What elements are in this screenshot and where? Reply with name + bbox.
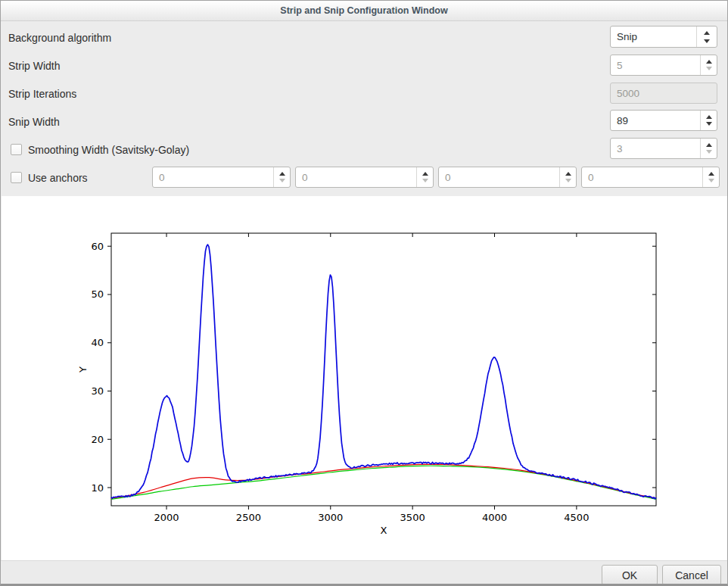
svg-text:2500: 2500 <box>236 512 261 523</box>
use-anchors-label: Use anchors <box>28 172 88 184</box>
spin-up-icon[interactable] <box>706 115 712 119</box>
strip-iterations-label: Strip Iterations <box>8 88 76 100</box>
strip-width-label: Strip Width <box>8 60 60 72</box>
snip-width-spinbox[interactable]: 89 <box>610 110 717 131</box>
strip-iterations-value: 5000 <box>611 88 717 99</box>
spin-up-icon[interactable] <box>708 172 714 176</box>
cancel-button-label: Cancel <box>675 569 708 581</box>
config-window: Strip and Snip Configuration Window Back… <box>0 0 728 586</box>
svg-text:20: 20 <box>91 434 104 445</box>
anchor-4-spinbox[interactable]: 0 <box>581 167 720 188</box>
spin-down-icon <box>708 179 714 182</box>
combobox-arrows-icon[interactable] <box>696 26 717 47</box>
spin-buttons[interactable] <box>273 167 290 187</box>
smoothing-width-value: 3 <box>611 143 700 154</box>
cancel-button[interactable]: Cancel <box>662 565 721 585</box>
spin-up-icon[interactable] <box>422 172 428 176</box>
anchor-2-spinbox[interactable]: 0 <box>295 167 434 188</box>
svg-text:10: 10 <box>91 482 104 494</box>
spin-buttons[interactable] <box>700 111 717 130</box>
svg-text:X: X <box>381 525 387 536</box>
svg-text:Y: Y <box>77 366 89 373</box>
spin-down-icon <box>706 150 712 154</box>
spin-buttons[interactable] <box>700 139 717 158</box>
smoothing-width-spinbox[interactable]: 3 <box>610 138 717 159</box>
ok-button-label: OK <box>622 569 637 581</box>
snip-width-label: Snip Width <box>8 116 60 128</box>
spin-buttons[interactable] <box>702 167 719 187</box>
anchor-4-value: 0 <box>582 172 702 183</box>
svg-text:4500: 4500 <box>564 512 589 523</box>
spectrum-plot: 200025003000350040004500102030405060XY <box>2 196 727 560</box>
svg-text:50: 50 <box>91 288 104 300</box>
background-algorithm-value: Snip <box>611 31 696 42</box>
smoothing-width-checkbox[interactable] <box>11 144 22 155</box>
anchor-1-spinbox[interactable]: 0 <box>152 167 291 188</box>
spin-down-icon <box>422 179 428 182</box>
spin-up-icon[interactable] <box>279 172 285 176</box>
strip-width-spinbox[interactable]: 5 <box>610 55 717 76</box>
background-algorithm-select[interactable]: Snip <box>610 26 717 48</box>
title-bar: Strip and Snip Configuration Window <box>1 1 727 21</box>
anchor-2-value: 0 <box>296 172 416 183</box>
chevron-down-icon <box>704 39 710 43</box>
spin-buttons[interactable] <box>700 55 717 75</box>
anchor-3-spinbox[interactable]: 0 <box>438 167 577 188</box>
svg-text:3500: 3500 <box>400 512 425 523</box>
background-algorithm-label: Background algorithm <box>8 32 111 44</box>
chevron-up-icon <box>704 31 710 35</box>
spin-up-icon[interactable] <box>706 143 712 147</box>
strip-iterations-field: 5000 <box>610 83 717 104</box>
spin-up-icon[interactable] <box>706 60 712 64</box>
spin-down-icon <box>706 67 712 70</box>
spin-buttons[interactable] <box>416 167 433 187</box>
spin-down-icon <box>279 179 285 182</box>
svg-text:2000: 2000 <box>154 512 179 523</box>
anchor-3-value: 0 <box>439 172 559 183</box>
svg-text:30: 30 <box>91 385 104 397</box>
smoothing-width-label: Smoothing Width (Savitsky-Golay) <box>28 144 189 156</box>
snip-width-value: 89 <box>611 115 700 126</box>
svg-text:60: 60 <box>91 241 104 252</box>
svg-text:40: 40 <box>91 337 104 348</box>
spin-down-icon <box>565 179 571 182</box>
spin-buttons[interactable] <box>559 167 576 187</box>
spectrum-chart: 200025003000350040004500102030405060XY <box>2 196 727 560</box>
strip-width-value: 5 <box>611 60 700 71</box>
spin-up-icon[interactable] <box>565 172 571 176</box>
window-title: Strip and Snip Configuration Window <box>280 5 447 16</box>
config-form: Background algorithm Snip Strip Width 5 … <box>1 22 727 196</box>
anchor-1-value: 0 <box>153 172 273 183</box>
dialog-button-bar: OK Cancel <box>1 560 727 584</box>
svg-text:4000: 4000 <box>482 512 507 523</box>
spin-down-icon[interactable] <box>706 122 712 126</box>
ok-button[interactable]: OK <box>602 565 658 585</box>
svg-text:3000: 3000 <box>318 512 343 523</box>
use-anchors-checkbox[interactable] <box>11 172 22 183</box>
